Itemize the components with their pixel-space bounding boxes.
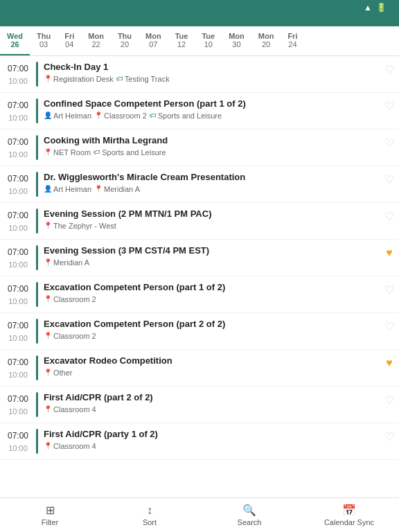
session-content: Dr. Wigglesworth's Miracle Cream Present… [44,172,380,197]
session-favorite[interactable]: ♡ [380,62,399,87]
date-tabs: Wed26Thu03Fri04Mon22Thu20Mon07Tue12Tue10… [0,26,399,56]
toolbar-item-search[interactable]: 🔍 Search [200,498,299,532]
session-item[interactable]: 07:00 10:00 First Aid/CPR (party 1 of 2)… [0,423,399,460]
session-content: Excavator Rodeo Competition 📍Other [44,355,380,380]
session-title: Evening Session (2 PM MTN/1 PM PAC) [44,209,374,220]
session-speaker: 👤Art Heiman [44,112,91,120]
heart-icon[interactable]: ♡ [384,63,394,76]
heart-icon[interactable]: ♡ [384,393,394,407]
session-item[interactable]: 07:00 10:00 Evening Session (2 PM MTN/1 … [0,203,399,240]
heart-icon[interactable]: ♥ [386,357,393,369]
session-favorite[interactable]: ♡ [380,172,399,197]
session-title: Evening Session (3 PM CST/4 PM EST) [44,245,374,257]
session-favorite[interactable]: ♡ [380,209,399,233]
session-bar [36,62,38,87]
session-location: 📍NET Room [44,148,91,157]
location-icon: 📍 [44,75,52,82]
location-icon: 📍 [44,332,52,339]
date-tab-mon20[interactable]: Mon20 [251,26,281,55]
date-tab-wed26[interactable]: Wed26 [0,26,30,55]
session-favorite[interactable]: ♡ [380,319,399,344]
session-item[interactable]: 07:00 10:00 Confined Space Competent Per… [0,93,399,130]
session-time: 07:00 10:00 [0,209,36,233]
session-item[interactable]: 07:00 10:00 Excavator Rodeo Competition … [0,350,399,387]
session-end-time: 10:00 [8,444,28,452]
date-tab-tue12[interactable]: Tue12 [168,26,195,55]
session-start-time: 07:00 [8,211,28,220]
session-bar [36,209,38,233]
session-item[interactable]: 07:00 10:00 First-Timer's Networking 📍Me… [0,460,399,462]
date-tab-fri04[interactable]: Fri04 [57,26,81,55]
location-icon: 📍 [44,222,52,229]
session-location: 📍Classroom 2 [44,332,96,340]
toolbar-search-label: Search [238,518,262,526]
session-item[interactable]: 07:00 10:00 Check-In Day 1 📍Registration… [0,56,399,93]
session-meta: 📍Classroom 4 [44,405,374,414]
heart-icon[interactable]: ♡ [384,320,394,333]
session-meta: 📍Registration Desk🏷Testing Track [44,75,374,83]
session-favorite[interactable]: ♡ [380,392,399,417]
date-tab-mon22[interactable]: Mon22 [81,26,111,55]
heart-icon[interactable]: ♡ [384,173,394,186]
session-title: Confined Space Competent Person (part 1 … [44,98,374,110]
session-meta: 📍Other [44,369,374,377]
header [0,15,399,26]
heart-icon[interactable]: ♡ [384,136,394,150]
heart-icon[interactable]: ♡ [384,430,394,443]
session-content: Evening Session (3 PM CST/4 PM EST) 📍Mer… [44,245,380,270]
session-favorite[interactable]: ♡ [380,98,399,123]
date-tab-mon30[interactable]: Mon30 [222,26,251,55]
session-favorite[interactable]: ♡ [380,135,399,160]
session-end-time: 10:00 [8,150,28,159]
date-tab-fri24[interactable]: Fri24 [281,26,304,55]
session-list: 07:00 10:00 Check-In Day 1 📍Registration… [0,56,399,462]
toolbar-sort-icon: ↕ [147,504,152,517]
date-tab-tue10[interactable]: Tue10 [195,26,222,55]
heart-icon[interactable]: ♡ [384,100,394,113]
session-title: First Aid/CPR (part 2 of 2) [44,392,374,404]
heart-icon[interactable]: ♥ [386,247,393,259]
toolbar-filter-icon: ⊞ [46,504,55,517]
session-favorite[interactable]: ♡ [380,282,399,307]
session-item[interactable]: 07:00 10:00 Evening Session (3 PM CST/4 … [0,240,399,276]
session-time: 07:00 10:00 [0,135,36,160]
session-item[interactable]: 07:00 10:00 Excavation Competent Person … [0,313,399,350]
session-favorite[interactable]: ♥ [380,355,399,380]
heart-icon[interactable]: ♡ [384,283,394,296]
session-start-time: 07:00 [8,431,28,441]
toolbar-item-filter[interactable]: ⊞ Filter [0,498,100,532]
session-title: Check-In Day 1 [44,62,374,73]
session-time: 07:00 10:00 [0,62,36,87]
session-start-time: 07:00 [8,100,28,110]
session-content: Cooking with Mirtha Legrand 📍NET Room🏷Sp… [44,135,380,160]
toolbar-item-calendar-sync[interactable]: 📅 Calendar Sync [299,498,399,532]
session-location: 📍The Zephyr - West [44,222,116,230]
session-meta: 📍Classroom 2 [44,295,374,303]
session-location: 📍Classroom 4 [44,405,96,414]
session-item[interactable]: 07:00 10:00 Cooking with Mirtha Legrand … [0,130,399,166]
date-tab-mon07[interactable]: Mon07 [139,26,168,55]
session-time: 07:00 10:00 [0,392,36,417]
session-start-time: 07:00 [8,284,28,294]
session-bar [36,98,38,123]
date-tab-thu20[interactable]: Thu20 [111,26,139,55]
session-favorite[interactable]: ♡ [380,429,399,454]
session-bar [36,245,38,270]
location-icon: 📍 [44,405,52,413]
session-favorite[interactable]: ♥ [380,245,399,270]
toolbar-item-sort[interactable]: ↕ Sort [100,498,200,532]
session-end-time: 10:00 [8,297,28,305]
date-tab-thu03[interactable]: Thu03 [30,26,57,55]
heart-icon[interactable]: ♡ [384,210,394,223]
session-title: First Aid/CPR (party 1 of 2) [44,429,374,441]
location-icon: 📍 [44,295,52,303]
session-content: Excavation Competent Person (part 2 of 2… [44,319,380,344]
session-item[interactable]: 07:00 10:00 Dr. Wigglesworth's Miracle C… [0,166,399,203]
session-time: 07:00 10:00 [0,319,36,344]
session-content: Confined Space Competent Person (part 1 … [44,98,380,123]
session-meta: 📍Classroom 2 [44,332,374,340]
session-item[interactable]: 07:00 10:00 Excavation Competent Person … [0,276,399,313]
session-item[interactable]: 07:00 10:00 First Aid/CPR (part 2 of 2) … [0,387,399,423]
location-icon: 📍 [44,369,52,376]
session-bar [36,172,38,197]
